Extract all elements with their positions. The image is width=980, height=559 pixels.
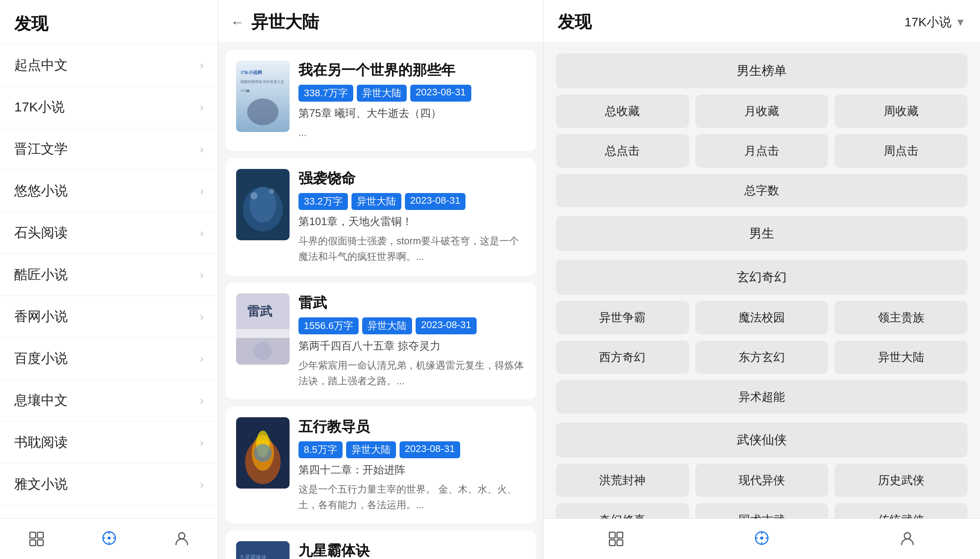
tag-date-2: 2023-08-31 <box>416 317 477 334</box>
total-collect-button[interactable]: 总收藏 <box>556 95 689 128</box>
genre-xuanhuan-section: 玄幻奇幻 异世争霸 魔法校园 领主贵族 西方奇幻 东方玄幻 异世大陆 异术超能 <box>556 260 968 414</box>
book-chapter-3: 第四十二章：开始进阵 <box>298 463 525 477</box>
menu-item-8[interactable]: 息壤中文 › <box>0 380 218 422</box>
monthly-clicks-button[interactable]: 月点击 <box>695 134 829 168</box>
svg-point-10 <box>179 533 185 539</box>
book-cover-2: 雷武 <box>236 293 290 365</box>
svg-text:17K小说网: 17K小说网 <box>241 70 262 75</box>
rank-row-2: 总点击 月点击 周点击 <box>556 134 968 168</box>
menu-item-label-7: 百度小说 <box>14 349 68 368</box>
chevron-right-icon-6: › <box>200 311 204 323</box>
genre-male-section: 男生 <box>556 216 968 251</box>
book-title-0: 我在另一个世界的那些年 <box>298 61 525 80</box>
book-card-2[interactable]: 雷武 雷武 1556.6万字 异世大陆 2023-08-31 第两千四百八十五章… <box>225 283 536 399</box>
left-header: 发现 <box>0 0 218 45</box>
site-selector-label: 17K小说 <box>904 14 951 31</box>
total-clicks-button[interactable]: 总点击 <box>556 134 689 168</box>
book-desc-0: ... <box>298 125 525 140</box>
tag-qihuan-xiuzhen[interactable]: 奇幻修真 <box>556 503 689 518</box>
tag-words-2: 1556.6万字 <box>298 317 359 334</box>
book-card-4[interactable]: 九星霸体诀 九星霸体诀 1510.6万字 异世大陆 2023-08-31 第五千… <box>225 530 536 559</box>
chevron-right-icon-5: › <box>200 269 204 281</box>
weekly-clicks-button[interactable]: 周点击 <box>834 134 968 168</box>
menu-item-label-3: 悠悠小说 <box>14 182 68 200</box>
tag-xifang-qihuan[interactable]: 西方奇幻 <box>556 341 689 374</box>
tag-dongfang-xuanhuan[interactable]: 东方玄幻 <box>695 341 829 374</box>
xuanhuan-tags-row-2: 西方奇幻 东方玄幻 异世大陆 <box>556 341 968 374</box>
menu-item-0[interactable]: 起点中文 › <box>0 45 218 86</box>
right-panel: 发现 17K小说 ▼ 男生榜单 总收藏 月收藏 周收藏 总点击 月点击 周点击 … <box>543 0 980 559</box>
svg-rect-39 <box>617 532 623 538</box>
tag-guoshu-guwu[interactable]: 国术古武 <box>695 503 829 518</box>
tag-date-0: 2023-08-31 <box>410 85 471 102</box>
right-nav-explore-icon[interactable] <box>748 527 775 549</box>
left-menu-list: 起点中文 › 17K小说 › 晋江文学 › 悠悠小说 › 石头阅读 › 酷匠小说… <box>0 45 218 518</box>
menu-item-7[interactable]: 百度小说 › <box>0 338 218 380</box>
tag-lishi-wuxia[interactable]: 历史武侠 <box>834 464 968 497</box>
right-nav-discover-icon[interactable] <box>603 527 629 549</box>
svg-rect-38 <box>609 532 615 538</box>
book-title-3: 五行教导员 <box>298 417 525 437</box>
menu-item-3[interactable]: 悠悠小说 › <box>0 170 218 212</box>
tag-mofa-xiaoyuan[interactable]: 魔法校园 <box>695 301 829 334</box>
rank-row-3: 总字数 <box>556 174 968 207</box>
chevron-right-icon-4: › <box>200 227 204 239</box>
menu-item-1[interactable]: 17K小说 › <box>0 86 218 128</box>
genre-male-button[interactable]: 男生 <box>556 216 968 251</box>
menu-item-5[interactable]: 酷匠小说 › <box>0 254 218 296</box>
menu-item-10[interactable]: 雅文小说 › <box>0 464 218 506</box>
menu-item-label-6: 香网小说 <box>14 308 68 326</box>
nav-explore-icon[interactable] <box>96 527 122 549</box>
tag-yishi-zhengba[interactable]: 异世争霸 <box>556 301 689 334</box>
tag-xiandai-yixia[interactable]: 现代异侠 <box>695 464 829 497</box>
wuxia-tags-row-1: 洪荒封神 现代异侠 历史武侠 <box>556 464 968 497</box>
mid-panel: ← 异世大陆 17K小说网 国建外面用地 写作改变人生 173▣ 我在另一个世界… <box>218 0 543 559</box>
chevron-right-icon-10: › <box>200 478 204 491</box>
chevron-right-icon-2: › <box>200 143 204 156</box>
site-selector-dropdown[interactable]: 17K小说 ▼ <box>904 14 966 31</box>
svg-rect-41 <box>617 540 623 546</box>
tag-category-3: 异世大陆 <box>346 441 396 458</box>
total-words-button[interactable]: 总字数 <box>556 174 968 207</box>
tag-yishi-dalu[interactable]: 异世大陆 <box>834 341 968 374</box>
monthly-collect-button[interactable]: 月收藏 <box>695 95 829 128</box>
tag-lingzhu-guizu[interactable]: 领主贵族 <box>834 301 968 334</box>
right-nav-profile-icon[interactable] <box>894 527 921 549</box>
menu-item-4[interactable]: 石头阅读 › <box>0 212 218 254</box>
menu-item-9[interactable]: 书耽阅读 › <box>0 422 218 464</box>
book-cover-3 <box>236 417 290 489</box>
book-card-3[interactable]: 五行教导员 8.5万字 异世大陆 2023-08-31 第四十二章：开始进阵 这… <box>225 407 536 523</box>
book-card-0[interactable]: 17K小说网 国建外面用地 写作改变人生 173▣ 我在另一个世界的那些年 33… <box>225 50 536 151</box>
tag-yishu-chaoneng[interactable]: 异术超能 <box>556 380 968 414</box>
menu-item-11[interactable]: 红袖小说 › <box>0 506 218 518</box>
svg-point-43 <box>760 537 763 539</box>
tag-honghuang-fengshen[interactable]: 洪荒封神 <box>556 464 689 497</box>
tag-category-0: 异世大陆 <box>357 85 407 102</box>
svg-point-48 <box>904 533 911 539</box>
menu-item-label-9: 书耽阅读 <box>14 433 68 452</box>
genre-xuanhuan-button[interactable]: 玄幻奇幻 <box>556 260 968 295</box>
male-rankings-button[interactable]: 男生榜单 <box>556 53 968 88</box>
mid-header: ← 异世大陆 <box>218 0 543 43</box>
wuxia-tags-row-2: 奇幻修真 国术古武 传统武侠 <box>556 503 968 518</box>
menu-item-6[interactable]: 香网小说 › <box>0 296 218 338</box>
book-info-1: 强袭饶命 33.2万字 异世大陆 2023-08-31 第101章，天地火雷铜！… <box>298 169 525 264</box>
book-card-1[interactable]: 强袭饶命 33.2万字 异世大陆 2023-08-31 第101章，天地火雷铜！… <box>225 158 536 275</box>
svg-text:173▣: 173▣ <box>241 89 250 93</box>
menu-item-label-10: 雅文小说 <box>14 475 68 493</box>
xuanhuan-tags-row-3: 异术超能 <box>556 380 968 414</box>
genre-wuxia-section: 武侠仙侠 洪荒封神 现代异侠 历史武侠 奇幻修真 国术古武 传统武侠 现代修真 … <box>556 423 968 518</box>
book-tags-2: 1556.6万字 异世大陆 2023-08-31 <box>298 317 525 334</box>
book-cover-4: 九星霸体诀 <box>236 541 290 559</box>
back-button[interactable]: ← <box>231 15 244 30</box>
book-title-2: 雷武 <box>298 293 525 313</box>
menu-item-2[interactable]: 晋江文学 › <box>0 128 218 170</box>
nav-profile-icon[interactable] <box>168 527 195 549</box>
rank-row-1: 总收藏 月收藏 周收藏 <box>556 95 968 128</box>
tag-chuantong-wuxia[interactable]: 传统武侠 <box>834 503 968 518</box>
menu-item-label-8: 息壤中文 <box>14 391 68 410</box>
weekly-collect-button[interactable]: 周收藏 <box>834 95 968 128</box>
nav-discover-icon[interactable] <box>23 527 50 549</box>
book-cover-1 <box>236 169 290 240</box>
genre-wuxia-button[interactable]: 武侠仙侠 <box>556 423 968 457</box>
